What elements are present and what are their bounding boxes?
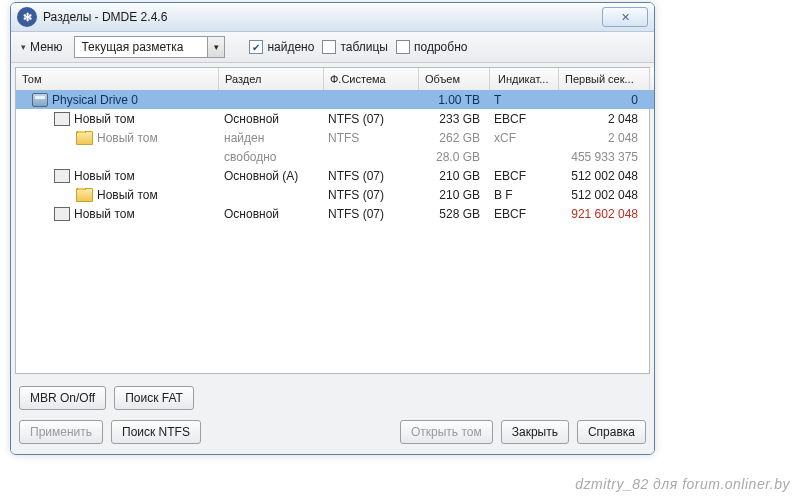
chevron-down-icon[interactable]: ▾ [207, 37, 224, 57]
row-fs: NTFS [322, 131, 416, 145]
row-vol: 28.0 GB [416, 150, 486, 164]
mbr-button[interactable]: MBR On/Off [19, 386, 106, 410]
row-raz: Основной (A) [218, 169, 322, 183]
chevron-down-icon: ▾ [21, 42, 26, 52]
row-vol: 1.00 TB [416, 93, 486, 107]
row-fs: NTFS (07) [322, 188, 416, 202]
layout-combo-value: Текущая разметка [75, 40, 207, 54]
row-lst: 921 602 047 [644, 188, 655, 202]
fat-button[interactable]: Поиск FAT [114, 386, 194, 410]
layout-combo[interactable]: Текущая разметка ▾ [74, 36, 225, 58]
detail-label: подробно [414, 40, 467, 54]
row-vol: 528 GB [416, 207, 486, 221]
col-first[interactable]: Первый сек... [559, 68, 650, 90]
titlebar[interactable]: ✻ Разделы - DMDE 2.4.6 ✕ [11, 3, 654, 32]
row-fst: 2 048 [554, 131, 644, 145]
box-icon [54, 207, 70, 221]
row-fst: 512 002 048 [554, 188, 644, 202]
row-fst: 455 933 375 [554, 150, 644, 164]
row-fst: 921 602 048 [554, 207, 644, 221]
row-raz: Основной [218, 207, 322, 221]
close-button[interactable]: ✕ [602, 7, 648, 27]
row-fs: NTFS (07) [322, 207, 416, 221]
tables-label: таблицы [340, 40, 388, 54]
row-tom: Physical Drive 0 [52, 93, 138, 107]
row-fs: NTFS (07) [322, 169, 416, 183]
row-lst: 1 953 520 064 [644, 207, 655, 221]
rows-container: Physical Drive 01.00 TBT01 953 523 054Но… [16, 90, 655, 223]
drive-icon [32, 93, 48, 107]
col-volume[interactable]: Объем [419, 68, 490, 90]
close-button[interactable]: Закрыть [501, 420, 569, 444]
checkbox-checked-icon: ✔ [249, 40, 263, 54]
row-fst: 2 048 [554, 112, 644, 126]
row-ind: B F [486, 188, 554, 202]
watermark: dzmitry_82 для forum.onliner.by [575, 476, 790, 492]
tables-checkbox[interactable]: таблицы [322, 40, 388, 54]
window-title: Разделы - DMDE 2.4.6 [43, 10, 602, 24]
row-ind: EBCF [486, 169, 554, 183]
row-fst: 512 002 048 [554, 169, 644, 183]
row-tom: Новый том [97, 188, 158, 202]
table-row[interactable]: Новый томнайденNTFS262 GBxCF2 048512 002… [16, 128, 655, 147]
detail-checkbox[interactable]: подробно [396, 40, 467, 54]
row-raz: найден [218, 131, 322, 145]
row-lst: 1 953 523 054 [644, 93, 655, 107]
col-last[interactable]: Последний ... [650, 68, 655, 90]
found-checkbox[interactable]: ✔ найдено [249, 40, 314, 54]
help-button[interactable]: Справка [577, 420, 646, 444]
checkbox-unchecked-icon [396, 40, 410, 54]
row-vol: 233 GB [416, 112, 486, 126]
app-icon: ✻ [17, 7, 37, 27]
row-ind: EBCF [486, 207, 554, 221]
col-razdel[interactable]: Раздел [219, 68, 324, 90]
table-row[interactable]: Новый томОсновной (A)NTFS (07)210 GBEBCF… [16, 166, 655, 185]
row-lst: 455 933 374 [644, 112, 655, 126]
table-row[interactable]: Новый томОсновнойNTFS (07)528 GBEBCF921 … [16, 204, 655, 223]
button-row-2: Применить Поиск NTFS Открыть том Закрыть… [11, 420, 654, 454]
row-raz: свободно [218, 150, 322, 164]
row-ind: EBCF [486, 112, 554, 126]
folder-icon [76, 131, 93, 145]
table-row[interactable]: Physical Drive 01.00 TBT01 953 523 054 [16, 90, 655, 109]
col-fs[interactable]: Ф.Система [324, 68, 419, 90]
row-lst: 512 002 047 [644, 131, 655, 145]
row-lst: 512 002 047 [644, 150, 655, 164]
table-row[interactable]: Новый томОсновнойNTFS (07)233 GBEBCF2 04… [16, 109, 655, 128]
row-ind: xCF [486, 131, 554, 145]
row-vol: 210 GB [416, 169, 486, 183]
found-label: найдено [267, 40, 314, 54]
column-headers: Том Раздел Ф.Система Объем Индикат... Пе… [16, 68, 655, 90]
row-tom: Новый том [97, 131, 158, 145]
table-row[interactable]: Новый томNTFS (07)210 GBB F512 002 04892… [16, 185, 655, 204]
row-raz: Основной [218, 112, 322, 126]
menu-label: Меню [30, 40, 62, 54]
menu-button[interactable]: ▾ Меню [17, 38, 66, 56]
row-tom: Новый том [74, 207, 135, 221]
row-fs: NTFS (07) [322, 112, 416, 126]
col-tom[interactable]: Том [16, 68, 219, 90]
toolbar: ▾ Меню Текущая разметка ▾ ✔ найдено табл… [11, 32, 654, 63]
ntfs-button[interactable]: Поиск NTFS [111, 420, 201, 444]
box-icon [54, 169, 70, 183]
button-row-1: MBR On/Off Поиск FAT [11, 378, 654, 420]
row-fst: 0 [554, 93, 644, 107]
row-vol: 210 GB [416, 188, 486, 202]
open-button: Открыть том [400, 420, 493, 444]
apply-button: Применить [19, 420, 103, 444]
row-ind: T [486, 93, 554, 107]
row-vol: 262 GB [416, 131, 486, 145]
row-lst: 921 616 919 [644, 169, 655, 183]
checkbox-unchecked-icon [322, 40, 336, 54]
partition-list: Том Раздел Ф.Система Объем Индикат... Пе… [15, 67, 650, 374]
box-icon [54, 112, 70, 126]
row-tom: Новый том [74, 112, 135, 126]
folder-icon [76, 188, 93, 202]
col-indic[interactable]: Индикат... [490, 68, 559, 90]
dmde-window: ✻ Разделы - DMDE 2.4.6 ✕ ▾ Меню Текущая … [10, 2, 655, 455]
row-tom: Новый том [74, 169, 135, 183]
table-row[interactable]: свободно28.0 GB455 933 375512 002 047 [16, 147, 655, 166]
